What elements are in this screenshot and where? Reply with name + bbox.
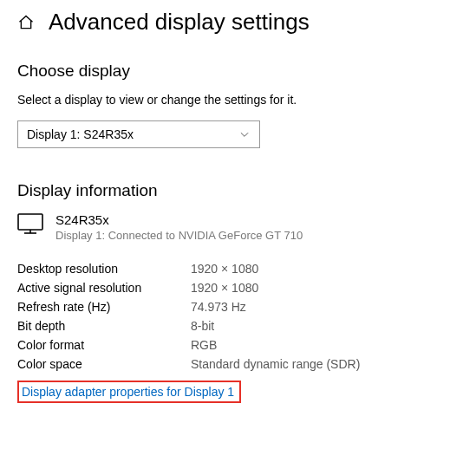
- info-value: 1920 × 1080: [191, 262, 258, 276]
- info-value: Standard dynamic range (SDR): [191, 357, 360, 371]
- info-label: Refresh rate (Hz): [17, 300, 191, 314]
- info-label: Color format: [17, 338, 191, 352]
- monitor-subtext: Display 1: Connected to NVIDIA GeForce G…: [55, 229, 303, 242]
- table-row: Desktop resolution 1920 × 1080: [17, 259, 459, 278]
- table-row: Active signal resolution 1920 × 1080: [17, 278, 459, 297]
- monitor-summary: S24R35x Display 1: Connected to NVIDIA G…: [17, 212, 459, 242]
- table-row: Bit depth 8-bit: [17, 316, 459, 335]
- page-title: Advanced display settings: [49, 9, 310, 36]
- display-adapter-properties-link[interactable]: Display adapter properties for Display 1: [22, 385, 234, 399]
- monitor-icon: [17, 212, 43, 235]
- chevron-down-icon: [238, 128, 251, 140]
- info-value: 74.973 Hz: [191, 300, 246, 314]
- info-value: 8-bit: [191, 319, 214, 333]
- info-label: Color space: [17, 357, 191, 371]
- table-row: Refresh rate (Hz) 74.973 Hz: [17, 297, 459, 316]
- svg-rect-0: [18, 214, 42, 230]
- header: Advanced display settings: [17, 9, 459, 36]
- info-value: 1920 × 1080: [191, 281, 258, 295]
- monitor-name: S24R35x: [55, 212, 303, 227]
- home-icon[interactable]: [17, 14, 35, 31]
- table-row: Color format RGB: [17, 335, 459, 355]
- info-label: Bit depth: [17, 319, 191, 333]
- info-value: RGB: [191, 338, 217, 352]
- display-information-title: Display information: [17, 181, 459, 200]
- info-label: Active signal resolution: [17, 281, 191, 295]
- table-row: Color space Standard dynamic range (SDR): [17, 355, 459, 374]
- adapter-properties-highlight: Display adapter properties for Display 1: [17, 381, 241, 403]
- choose-display-title: Choose display: [17, 62, 459, 81]
- info-label: Desktop resolution: [17, 262, 191, 276]
- display-select-dropdown[interactable]: Display 1: S24R35x: [17, 120, 260, 148]
- display-select-value: Display 1: S24R35x: [27, 127, 134, 141]
- display-info-table: Desktop resolution 1920 × 1080 Active si…: [17, 259, 459, 374]
- choose-display-instruction: Select a display to view or change the s…: [17, 93, 459, 107]
